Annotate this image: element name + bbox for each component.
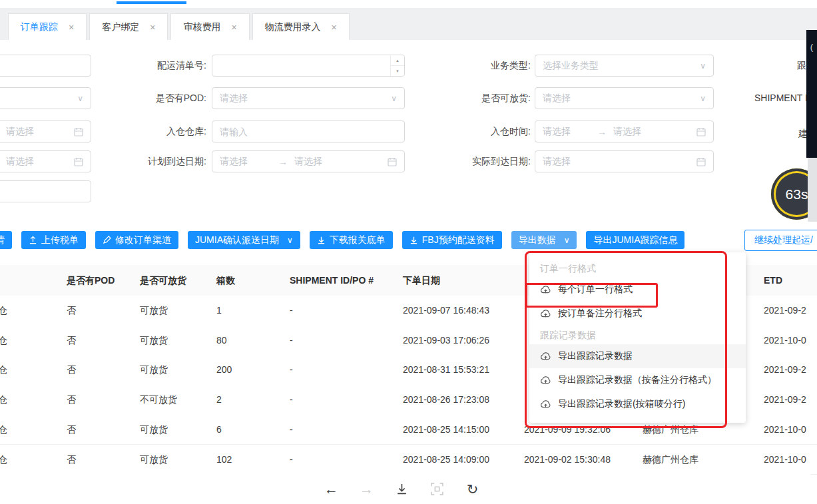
cell-etd: 2021-10-0 bbox=[764, 326, 806, 356]
order-tracking-screen: 订单跟踪 × 客户绑定 × 审核费用 × 物流费用录入 × 配运清单号: ▲ ▼… bbox=[0, 0, 817, 504]
tab-customer-binding[interactable]: 客户绑定 × bbox=[89, 13, 168, 40]
continue-processing-shipment-button[interactable]: 继续处理起运/ bbox=[744, 230, 817, 251]
menu-item-split-by-order-remark[interactable]: 按订单备注分行格式 bbox=[529, 302, 746, 326]
left-date-picker-2[interactable]: 请选择 bbox=[0, 150, 91, 172]
upload-tax-bill-button[interactable]: 上传税单 bbox=[21, 231, 86, 249]
cloud-upload-icon bbox=[540, 309, 551, 318]
table-row[interactable]: 仓 否 可放货 102 - 2021-08-25 14:09:00 2021-0… bbox=[0, 445, 817, 475]
actual-arrival-placeholder: 请选择 bbox=[543, 156, 691, 168]
range-arrow-icon: → bbox=[278, 156, 288, 167]
header-releasable: 是否可放货 bbox=[140, 265, 186, 296]
menu-item-label: 导出跟踪记录数据 bbox=[558, 350, 633, 362]
number-spinner: ▲ ▼ bbox=[390, 55, 404, 76]
left-filter-select[interactable]: ∨ bbox=[0, 87, 91, 109]
fbj-delivery-info-button[interactable]: FBJ预约配送资料 bbox=[402, 231, 502, 249]
warehouse-time-label: 入仓时间: bbox=[424, 121, 531, 142]
spinner-up-icon[interactable]: ▲ bbox=[391, 55, 404, 66]
delivery-list-number-input[interactable]: ▲ ▼ bbox=[212, 55, 405, 77]
close-icon[interactable]: × bbox=[150, 22, 155, 33]
calendar-icon bbox=[74, 127, 83, 136]
menu-group-title: 订单一行格式 bbox=[529, 259, 746, 278]
cell-shipment: - bbox=[290, 385, 293, 415]
cell-shipment: - bbox=[290, 296, 293, 326]
right-dark-panel: ( bbox=[806, 30, 817, 158]
cell-order-date: 2021-09-07 16:48:43 bbox=[403, 296, 489, 326]
download-customs-declaration-button[interactable]: 下载报关底单 bbox=[310, 231, 393, 249]
business-type-select[interactable]: 选择业务类型 ∨ bbox=[535, 55, 714, 77]
warehouse-in-field[interactable] bbox=[220, 126, 397, 137]
cell-releasable: 可放货 bbox=[140, 355, 168, 385]
actual-arrival-date-picker[interactable]: 请选择 bbox=[535, 150, 714, 172]
business-type-placeholder: 选择业务类型 bbox=[543, 60, 696, 72]
left-date-picker-1[interactable]: 请选择 bbox=[0, 121, 91, 142]
cell-warehouse: 仓 bbox=[0, 445, 7, 475]
cell-shipment: - bbox=[290, 355, 293, 385]
tab-bar: 订单跟踪 × 客户绑定 × 审核费用 × 物流费用录入 × bbox=[0, 8, 817, 40]
cell-boxes: 2 bbox=[216, 385, 222, 415]
back-icon[interactable]: ← bbox=[324, 482, 339, 497]
focus-mode-icon[interactable] bbox=[430, 482, 445, 497]
cell-etd: 2021-09-2 bbox=[764, 385, 806, 415]
menu-group-title: 跟踪记录数据 bbox=[529, 326, 746, 344]
left-filter-input-1 bbox=[0, 55, 91, 77]
chevron-down-icon: ∨ bbox=[700, 94, 706, 103]
cell-warehouse: 仓 bbox=[0, 415, 7, 445]
left-filter-input-1-field[interactable] bbox=[6, 61, 83, 71]
chevron-down-icon: ∨ bbox=[391, 94, 397, 103]
menu-item-export-tracking-records[interactable]: 导出跟踪记录数据 bbox=[529, 344, 746, 368]
download-icon bbox=[317, 236, 326, 244]
menu-item-export-tracking-records-by-remark[interactable]: 导出跟踪记录数据（按备注分行格式） bbox=[529, 368, 746, 392]
cell-has-pod: 否 bbox=[67, 326, 76, 356]
button-label: JUMIA确认派送日期 bbox=[195, 234, 279, 246]
tab-order-tracking[interactable]: 订单跟踪 × bbox=[8, 13, 87, 40]
warehouse-time-range-picker[interactable]: 请选择 → 请选择 bbox=[535, 121, 714, 142]
cell-etd: 2021-10-0 bbox=[764, 445, 806, 475]
tab-logistics-fee-entry[interactable]: 物流费用录入 × bbox=[252, 13, 350, 40]
forward-icon[interactable]: → bbox=[360, 482, 374, 497]
close-icon[interactable]: × bbox=[231, 22, 236, 33]
delivery-list-field[interactable] bbox=[220, 61, 397, 71]
cell-releasable: 可放货 bbox=[140, 445, 168, 475]
has-pod-placeholder: 请选择 bbox=[220, 93, 387, 105]
calendar-icon bbox=[388, 157, 397, 166]
cell-order-date: 2021-08-25 14:15:00 bbox=[403, 415, 489, 445]
download-icon bbox=[409, 236, 418, 244]
download-icon[interactable] bbox=[395, 482, 409, 497]
delivery-list-label: 配运清单号: bbox=[100, 55, 206, 77]
spinner-down-icon[interactable]: ▼ bbox=[391, 66, 404, 76]
button-label: FBJ预约配送资料 bbox=[422, 234, 495, 246]
warehouse-in-input[interactable] bbox=[212, 121, 405, 142]
clipped-left-button[interactable]: 请 bbox=[0, 231, 12, 249]
edit-order-channel-button[interactable]: 修改订单渠道 bbox=[95, 231, 178, 249]
has-pod-select[interactable]: 请选择 ∨ bbox=[212, 87, 405, 109]
tab-label: 物流费用录入 bbox=[265, 21, 321, 33]
menu-item-export-tracking-records-by-mark[interactable]: 导出跟踪记录数据(按箱唛分行) bbox=[529, 392, 746, 416]
tab-label: 客户绑定 bbox=[102, 21, 139, 33]
button-label: 下载报关底单 bbox=[330, 234, 386, 246]
releasable-select[interactable]: 请选择 ∨ bbox=[535, 87, 714, 109]
cell-releasable: 可放货 bbox=[140, 415, 168, 445]
cell-boxes: 6 bbox=[216, 415, 222, 445]
jumia-confirm-delivery-date-button[interactable]: JUMIA确认派送日期 ∨ bbox=[188, 231, 300, 249]
menu-item-one-line-per-order[interactable]: 每个订单一行格式 bbox=[529, 278, 746, 302]
close-icon[interactable]: × bbox=[69, 22, 74, 33]
tab-audit-fees[interactable]: 审核费用 × bbox=[170, 13, 249, 40]
export-data-button[interactable]: 导出数据 ∨ bbox=[511, 231, 577, 249]
edge-label-tracking: 跟 bbox=[797, 55, 806, 77]
upload-icon bbox=[29, 236, 37, 244]
planned-arrival-range-picker[interactable]: 请选择 → 请选择 bbox=[212, 150, 405, 172]
export-jumia-tracking-button[interactable]: 导出JUMIA跟踪信息 bbox=[586, 231, 684, 249]
releasable-placeholder: 请选择 bbox=[543, 93, 696, 105]
cell-releasable: 可放货 bbox=[140, 296, 168, 326]
cell-order-date: 2021-08-25 14:09:00 bbox=[403, 445, 489, 475]
chevron-down-icon: ∨ bbox=[287, 236, 293, 245]
cell-in-time: 2021-09-02 15:30:48 bbox=[524, 445, 611, 475]
cloud-upload-icon bbox=[540, 352, 551, 361]
close-icon[interactable]: × bbox=[332, 22, 337, 33]
cell-etd: 2021-09-2 bbox=[764, 296, 806, 326]
cell-order-date: 2021-08-31 15:53:21 bbox=[403, 355, 489, 385]
menu-item-label: 导出跟踪记录数据（按备注分行格式） bbox=[558, 374, 716, 386]
cell-boxes: 1 bbox=[216, 296, 222, 326]
left-filter-input-2-field[interactable] bbox=[6, 186, 83, 197]
refresh-icon[interactable]: ↻ bbox=[465, 482, 480, 497]
